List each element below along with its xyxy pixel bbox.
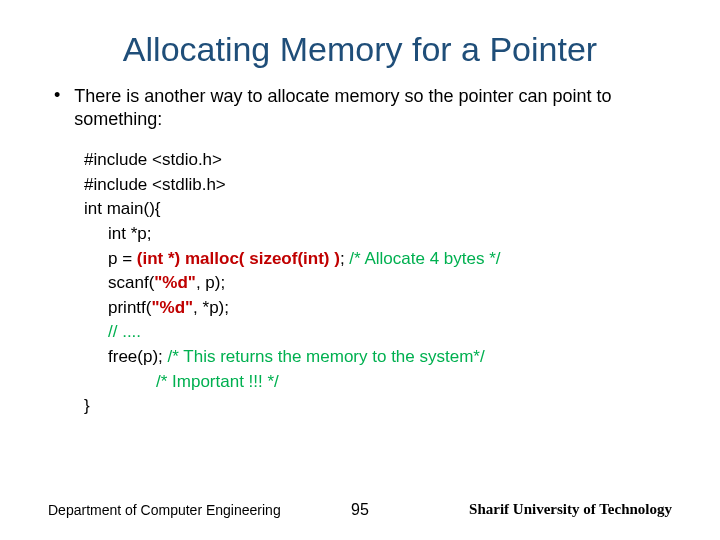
footer: Department of Computer Engineering 95 Sh… (0, 501, 720, 518)
footer-university: Sharif University of Technology (469, 501, 672, 518)
code-text: , p); (196, 273, 225, 292)
code-text: , *p); (193, 298, 229, 317)
code-highlight: "%d" (151, 298, 193, 317)
bullet-item: • There is another way to allocate memor… (54, 85, 672, 130)
code-line: /* Important !!! */ (84, 370, 672, 395)
code-text: p = (108, 249, 137, 268)
code-comment: // .... (108, 322, 141, 341)
code-comment: /* Allocate 4 bytes */ (349, 249, 500, 268)
slide-number: 95 (351, 501, 369, 519)
code-line: #include <stdlib.h> (84, 173, 672, 198)
code-comment: /* This returns the memory to the system… (168, 347, 485, 366)
code-line: int *p; (84, 222, 672, 247)
code-line: int main(){ (84, 197, 672, 222)
code-line: scanf("%d", p); (84, 271, 672, 296)
code-line: printf("%d", *p); (84, 296, 672, 321)
slide: Allocating Memory for a Pointer • There … (0, 0, 720, 540)
code-highlight: "%d" (154, 273, 196, 292)
footer-department: Department of Computer Engineering (48, 502, 281, 518)
code-text: scanf( (108, 273, 154, 292)
code-line: free(p); /* This returns the memory to t… (84, 345, 672, 370)
code-text: ; (340, 249, 349, 268)
code-line: // .... (84, 320, 672, 345)
code-line: } (84, 394, 672, 419)
code-comment: /* Important !!! */ (156, 372, 279, 391)
code-line: #include <stdio.h> (84, 148, 672, 173)
code-text: printf( (108, 298, 151, 317)
bullet-text: There is another way to allocate memory … (74, 85, 672, 130)
code-block: #include <stdio.h> #include <stdlib.h> i… (84, 148, 672, 419)
code-highlight: (int *) malloc( sizeof(int) ) (137, 249, 340, 268)
code-line: p = (int *) malloc( sizeof(int) ); /* Al… (84, 247, 672, 272)
slide-title: Allocating Memory for a Pointer (48, 30, 672, 69)
bullet-marker: • (54, 85, 60, 107)
code-text: free(p); (108, 347, 168, 366)
